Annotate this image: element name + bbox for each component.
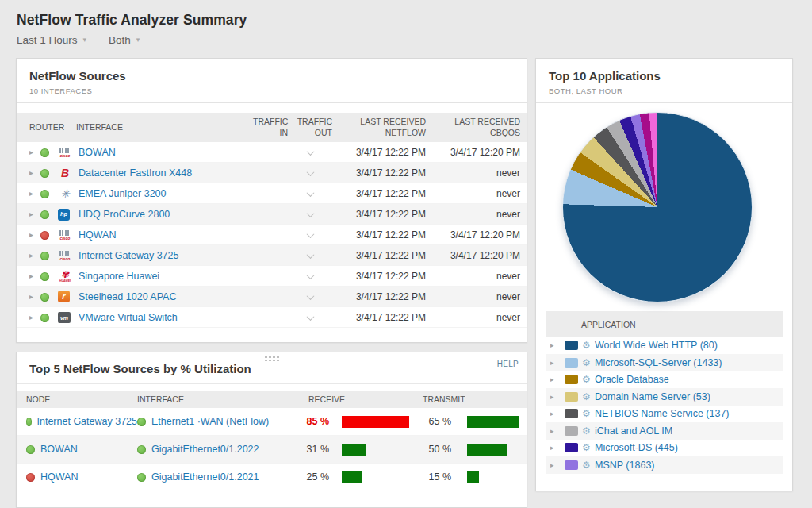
application-gear-icon: ⚙ [581,357,592,368]
collapse-chevron-icon[interactable] [306,148,314,156]
expand-chevron-icon[interactable]: ▸ [550,359,560,367]
receive-utilization-bar [342,471,362,483]
application-gear-icon: ⚙ [581,340,592,351]
application-gear-icon: ⚙ [581,460,592,471]
interface-link[interactable]: GigabitEthernet0/1.2021 [151,471,259,483]
legend-header: APPLICATION [546,311,783,337]
top5-header: Top 5 NetFlow Sources by % Utilization [17,352,527,384]
node-link[interactable]: HQWAN [40,471,78,483]
table-row: ▸ EMEA Juniper 3200 3/4/17 12:22 PM neve… [17,183,527,204]
time-range-dropdown[interactable]: Last 1 Hours ▾ [17,34,86,46]
interface-link[interactable]: Ethernet1 ·WAN (NetFlow) [151,416,269,427]
transmit-utilization-bar [467,444,507,456]
expand-chevron-icon[interactable]: ▸ [29,230,40,239]
router-link[interactable]: VMware Virtual Switch [79,312,253,323]
last-received-netflow: 3/4/17 12:22 PM [332,229,426,241]
status-icon [40,293,49,302]
application-link[interactable]: MSNP (1863) [595,460,655,471]
last-received-cbqos: never [426,312,520,323]
expand-chevron-icon[interactable]: ▸ [29,313,40,321]
router-link[interactable]: Datacenter FastIron X448 [79,167,253,179]
collapse-chevron-icon[interactable] [306,292,314,300]
expand-chevron-icon[interactable]: ▸ [550,427,560,435]
router-link[interactable]: Internet Gateway 3725 [79,250,253,261]
table-header-row: ROUTER INTERFACE TRAFFIC IN TRAFFIC OUT … [17,113,527,142]
expand-chevron-icon[interactable]: ▸ [29,168,40,177]
direction-dropdown[interactable]: Both ▾ [109,34,140,46]
collapse-chevron-icon[interactable] [306,313,314,321]
expand-chevron-icon[interactable]: ▸ [550,341,560,349]
node-link[interactable]: Internet Gateway 3725 [37,416,137,427]
col-receive: RECEIVE [293,394,416,404]
expand-chevron-icon[interactable]: ▸ [550,444,560,452]
col-last-received-netflow: LAST RECEIVED NETFLOW [332,117,426,137]
status-icon [26,418,32,426]
status-icon [40,169,49,178]
expand-chevron-icon[interactable]: ▸ [29,189,40,198]
application-gear-icon: ⚙ [581,442,592,453]
application-link[interactable]: Domain Name Server (53) [595,391,710,402]
legend-swatch [565,426,578,436]
expand-chevron-icon[interactable]: ▸ [29,210,40,218]
filter-bar: Last 1 Hours ▾ Both ▾ [17,34,247,46]
application-gear-icon: ⚙ [581,408,592,419]
expand-chevron-icon[interactable]: ▸ [29,251,40,260]
collapse-chevron-icon[interactable] [306,210,314,217]
router-link[interactable]: Singapore Huawei [79,271,253,282]
application-link[interactable]: iChat and AOL IM [595,425,672,437]
last-received-netflow: 3/4/17 12:22 PM [332,147,426,158]
last-received-netflow: 3/4/17 12:22 PM [332,312,426,323]
application-link[interactable]: Oracle Database [595,374,669,385]
router-link[interactable]: HQWAN [79,229,253,241]
legend-swatch [565,443,578,452]
last-received-cbqos: never [426,188,520,199]
expand-chevron-icon[interactable]: ▸ [29,292,40,301]
router-link[interactable]: HDQ ProCurve 2800 [79,209,253,220]
last-received-cbqos: never [426,291,520,302]
transmit-percent: 65 % [416,416,451,427]
transmit-utilization-bar [467,416,519,428]
status-icon [40,210,49,219]
status-icon [137,418,146,426]
interface-link[interactable]: GigabitEthernet0/1.2022 [151,444,259,455]
chevron-down-icon: ▾ [136,37,140,44]
collapse-chevron-icon[interactable] [306,168,314,176]
expand-chevron-icon[interactable]: ▸ [550,410,560,418]
expand-chevron-icon[interactable]: ▸ [29,148,40,156]
expand-chevron-icon[interactable]: ▸ [550,375,560,383]
expand-chevron-icon[interactable]: ▸ [550,461,560,469]
riverbed-icon [58,291,70,302]
router-link[interactable]: BOWAN [79,147,253,158]
last-received-cbqos: 3/4/17 12:20 PM [426,229,520,241]
node-link[interactable]: BOWAN [40,444,78,455]
status-icon [40,272,49,281]
collapse-chevron-icon[interactable] [306,251,314,259]
col-node: NODE [26,394,137,404]
table-row: ▸ Singapore Huawei 3/4/17 12:22 PM never [17,266,527,287]
receive-percent: 31 % [293,444,329,455]
last-received-cbqos: never [426,167,520,179]
application-link[interactable]: Microsoft-SQL-Server (1433) [595,357,722,368]
legend-swatch [565,460,578,470]
application-link[interactable]: World Wide Web HTTP (80) [595,340,718,351]
router-link[interactable]: Steelhead 1020 APAC [79,291,253,302]
collapse-chevron-icon[interactable] [306,189,314,197]
table-row: ▸ VMware Virtual Switch 3/4/17 12:22 PM … [17,307,527,328]
status-icon [26,473,35,482]
cisco-icon [58,249,72,263]
expand-chevron-icon[interactable]: ▸ [550,393,560,401]
application-link[interactable]: Microsoft-DS (445) [595,442,678,453]
direction-value: Both [109,34,131,46]
application-link[interactable]: NETBIOS Name Service (137) [595,408,730,419]
router-link[interactable]: EMEA Juniper 3200 [79,188,253,199]
applications-pie-chart[interactable] [562,112,753,302]
table-row: ▸ HQWAN 3/4/17 12:22 PM 3/4/17 12:20 PM [17,225,527,245]
collapse-chevron-icon[interactable] [306,230,314,238]
page-header: NetFlow Traffic Analyzer Summary Last 1 … [17,12,247,46]
collapse-chevron-icon[interactable] [306,271,314,279]
netflow-sources-table: ROUTER INTERFACE TRAFFIC IN TRAFFIC OUT … [17,113,527,328]
table-header-row: NODE INTERFACE RECEIVE TRANSMIT [17,391,527,408]
expand-chevron-icon[interactable]: ▸ [29,271,40,280]
panel-title: Top 5 NetFlow Sources by % Utilization [29,362,514,375]
legend-swatch [565,392,578,402]
